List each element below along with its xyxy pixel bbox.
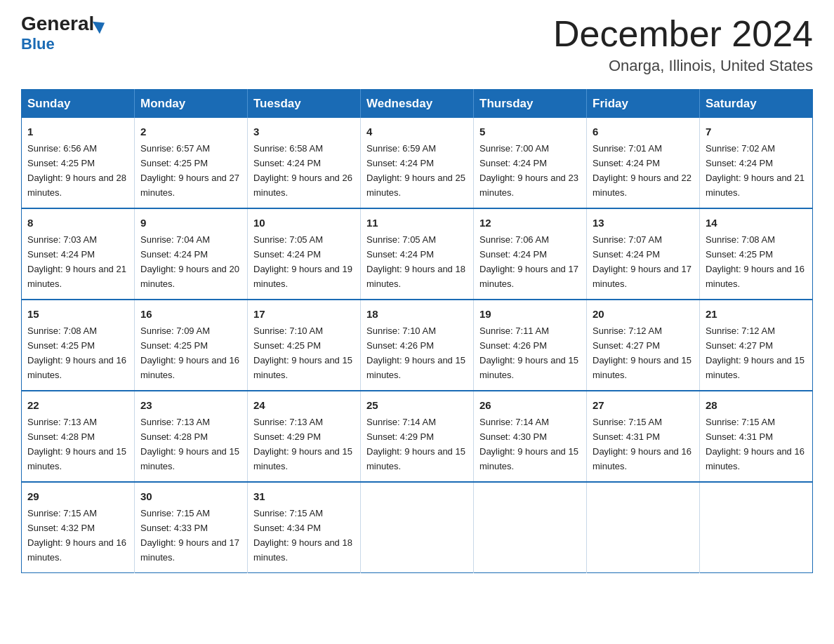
day-info: Sunrise: 7:14 AMSunset: 4:30 PMDaylight:…	[479, 417, 578, 471]
table-row: 21 Sunrise: 7:12 AMSunset: 4:27 PMDaylig…	[700, 300, 813, 391]
day-info: Sunrise: 7:15 AMSunset: 4:32 PMDaylight:…	[27, 508, 126, 563]
calendar-week-row: 8 Sunrise: 7:03 AMSunset: 4:24 PMDayligh…	[22, 208, 813, 300]
day-number: 13	[593, 215, 694, 231]
day-number: 22	[27, 397, 128, 413]
table-row: 30 Sunrise: 7:15 AMSunset: 4:33 PMDaylig…	[135, 482, 248, 572]
table-row: 14 Sunrise: 7:08 AMSunset: 4:25 PMDaylig…	[700, 208, 813, 300]
table-row: 20 Sunrise: 7:12 AMSunset: 4:27 PMDaylig…	[587, 300, 700, 391]
table-row: 13 Sunrise: 7:07 AMSunset: 4:24 PMDaylig…	[587, 208, 700, 300]
title-block: December 2024 Onarga, Illinois, United S…	[553, 14, 813, 75]
day-info: Sunrise: 7:08 AMSunset: 4:25 PMDaylight:…	[706, 234, 805, 289]
day-number: 8	[27, 215, 128, 231]
day-number: 21	[706, 306, 807, 322]
day-info: Sunrise: 7:02 AMSunset: 4:24 PMDaylight:…	[706, 143, 805, 198]
day-info: Sunrise: 7:07 AMSunset: 4:24 PMDaylight:…	[593, 234, 691, 289]
day-info: Sunrise: 7:13 AMSunset: 4:28 PMDaylight:…	[27, 417, 126, 471]
day-number: 28	[706, 397, 807, 413]
col-thursday: Thursday	[474, 90, 587, 119]
day-number: 10	[253, 215, 355, 231]
day-info: Sunrise: 6:59 AMSunset: 4:24 PMDaylight:…	[366, 143, 465, 198]
col-tuesday: Tuesday	[248, 90, 361, 119]
table-row: 5 Sunrise: 7:00 AMSunset: 4:24 PMDayligh…	[474, 118, 587, 208]
calendar-week-row: 29 Sunrise: 7:15 AMSunset: 4:32 PMDaylig…	[22, 482, 813, 572]
day-number: 25	[366, 397, 468, 413]
location-title: Onarga, Illinois, United States	[553, 57, 813, 75]
day-info: Sunrise: 7:05 AMSunset: 4:24 PMDaylight:…	[366, 234, 465, 289]
day-number: 16	[140, 306, 241, 322]
table-row: 1 Sunrise: 6:56 AMSunset: 4:25 PMDayligh…	[22, 118, 135, 208]
col-friday: Friday	[587, 90, 700, 119]
table-row: 18 Sunrise: 7:10 AMSunset: 4:26 PMDaylig…	[361, 300, 474, 391]
day-info: Sunrise: 7:15 AMSunset: 4:33 PMDaylight:…	[140, 508, 239, 563]
col-sunday: Sunday	[22, 90, 135, 119]
day-info: Sunrise: 6:57 AMSunset: 4:25 PMDaylight:…	[140, 143, 239, 198]
day-info: Sunrise: 7:08 AMSunset: 4:25 PMDaylight:…	[27, 326, 126, 380]
logo: General Blue	[21, 14, 105, 53]
table-row	[474, 482, 587, 572]
day-info: Sunrise: 7:14 AMSunset: 4:29 PMDaylight:…	[366, 417, 465, 471]
table-row: 3 Sunrise: 6:58 AMSunset: 4:24 PMDayligh…	[248, 118, 361, 208]
day-number: 26	[479, 397, 581, 413]
calendar-week-row: 22 Sunrise: 7:13 AMSunset: 4:28 PMDaylig…	[22, 391, 813, 482]
day-info: Sunrise: 7:12 AMSunset: 4:27 PMDaylight:…	[706, 326, 805, 380]
logo-arrow-icon	[93, 16, 108, 33]
day-number: 23	[140, 397, 241, 413]
table-row: 11 Sunrise: 7:05 AMSunset: 4:24 PMDaylig…	[361, 208, 474, 300]
day-number: 11	[366, 215, 468, 231]
day-info: Sunrise: 7:12 AMSunset: 4:27 PMDaylight:…	[593, 326, 691, 380]
day-number: 6	[593, 123, 694, 140]
table-row: 26 Sunrise: 7:14 AMSunset: 4:30 PMDaylig…	[474, 391, 587, 482]
day-number: 30	[140, 488, 241, 504]
day-info: Sunrise: 7:10 AMSunset: 4:25 PMDaylight:…	[253, 326, 352, 380]
table-row: 7 Sunrise: 7:02 AMSunset: 4:24 PMDayligh…	[700, 118, 813, 208]
day-number: 31	[253, 488, 355, 504]
page-header: General Blue December 2024 Onarga, Illin…	[21, 14, 813, 75]
day-number: 14	[706, 215, 807, 231]
day-number: 4	[366, 123, 468, 140]
logo-main-text: General	[21, 14, 105, 34]
day-number: 17	[253, 306, 355, 322]
col-wednesday: Wednesday	[361, 90, 474, 119]
day-info: Sunrise: 7:11 AMSunset: 4:26 PMDaylight:…	[479, 326, 578, 380]
calendar-table: Sunday Monday Tuesday Wednesday Thursday…	[21, 89, 813, 573]
col-monday: Monday	[135, 90, 248, 119]
day-info: Sunrise: 7:13 AMSunset: 4:29 PMDaylight:…	[253, 417, 352, 471]
table-row: 8 Sunrise: 7:03 AMSunset: 4:24 PMDayligh…	[22, 208, 135, 300]
table-row	[361, 482, 474, 572]
table-row: 29 Sunrise: 7:15 AMSunset: 4:32 PMDaylig…	[22, 482, 135, 572]
day-number: 7	[706, 123, 807, 140]
day-info: Sunrise: 7:00 AMSunset: 4:24 PMDaylight:…	[479, 143, 578, 198]
day-info: Sunrise: 7:09 AMSunset: 4:25 PMDaylight:…	[140, 326, 239, 380]
table-row	[700, 482, 813, 572]
day-number: 27	[593, 397, 694, 413]
table-row	[587, 482, 700, 572]
day-number: 19	[479, 306, 581, 322]
table-row: 23 Sunrise: 7:13 AMSunset: 4:28 PMDaylig…	[135, 391, 248, 482]
table-row: 22 Sunrise: 7:13 AMSunset: 4:28 PMDaylig…	[22, 391, 135, 482]
day-number: 3	[253, 123, 355, 140]
day-info: Sunrise: 7:01 AMSunset: 4:24 PMDaylight:…	[593, 143, 691, 198]
day-info: Sunrise: 7:04 AMSunset: 4:24 PMDaylight:…	[140, 234, 239, 289]
day-number: 15	[27, 306, 128, 322]
table-row: 28 Sunrise: 7:15 AMSunset: 4:31 PMDaylig…	[700, 391, 813, 482]
day-info: Sunrise: 6:58 AMSunset: 4:24 PMDaylight:…	[253, 143, 352, 198]
day-number: 5	[479, 123, 581, 140]
day-info: Sunrise: 7:06 AMSunset: 4:24 PMDaylight:…	[479, 234, 578, 289]
table-row: 12 Sunrise: 7:06 AMSunset: 4:24 PMDaylig…	[474, 208, 587, 300]
table-row: 31 Sunrise: 7:15 AMSunset: 4:34 PMDaylig…	[248, 482, 361, 572]
calendar-header-row: Sunday Monday Tuesday Wednesday Thursday…	[22, 90, 813, 119]
table-row: 9 Sunrise: 7:04 AMSunset: 4:24 PMDayligh…	[135, 208, 248, 300]
day-number: 29	[27, 488, 128, 504]
table-row: 25 Sunrise: 7:14 AMSunset: 4:29 PMDaylig…	[361, 391, 474, 482]
day-info: Sunrise: 7:03 AMSunset: 4:24 PMDaylight:…	[27, 234, 126, 289]
table-row: 19 Sunrise: 7:11 AMSunset: 4:26 PMDaylig…	[474, 300, 587, 391]
calendar-week-row: 1 Sunrise: 6:56 AMSunset: 4:25 PMDayligh…	[22, 118, 813, 208]
table-row: 16 Sunrise: 7:09 AMSunset: 4:25 PMDaylig…	[135, 300, 248, 391]
day-number: 2	[140, 123, 241, 140]
table-row: 27 Sunrise: 7:15 AMSunset: 4:31 PMDaylig…	[587, 391, 700, 482]
day-info: Sunrise: 6:56 AMSunset: 4:25 PMDaylight:…	[27, 143, 126, 198]
table-row: 10 Sunrise: 7:05 AMSunset: 4:24 PMDaylig…	[248, 208, 361, 300]
table-row: 15 Sunrise: 7:08 AMSunset: 4:25 PMDaylig…	[22, 300, 135, 391]
day-number: 12	[479, 215, 581, 231]
calendar-week-row: 15 Sunrise: 7:08 AMSunset: 4:25 PMDaylig…	[22, 300, 813, 391]
